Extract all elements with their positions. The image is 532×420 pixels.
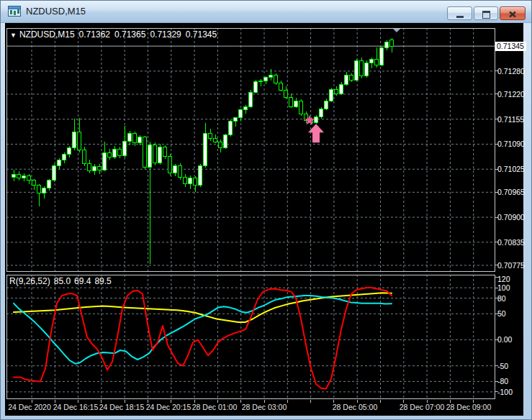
r52-line	[14, 293, 392, 322]
scroll-marker-icon	[393, 29, 400, 32]
r26-line	[14, 296, 392, 364]
restore-button[interactable]	[474, 6, 498, 20]
time-axis-label: 28 Dec 07:00	[400, 403, 444, 411]
time-axis-label: 24 Dec 20:15	[146, 403, 191, 411]
minimize-button[interactable]	[447, 6, 472, 20]
indicator-value-r26: 69.4	[74, 276, 91, 286]
restore-icon	[482, 11, 490, 19]
r9-line	[14, 288, 392, 388]
time-axis-label: 24 Dec 2020	[8, 403, 51, 411]
price-axis-label: 0.71025	[497, 165, 526, 173]
time-axis-label: 24 Dec 18:15	[99, 403, 144, 411]
indicator-axis-label: -50	[497, 362, 526, 370]
time-axis-label: 28 Dec 01:00	[192, 403, 237, 411]
ohlc-header: ▼NZDUSD,M150.713620.713650.713290.71345	[10, 29, 221, 40]
chart-canvas[interactable]	[5, 23, 523, 416]
window-title: NZDUSD,M15	[26, 6, 86, 17]
indicator-axis-label: 0.00	[497, 335, 526, 344]
indicator-name: R(9,26,52)	[9, 276, 50, 286]
indicator-axis-label: -80	[497, 377, 526, 385]
minimize-icon	[456, 16, 464, 18]
indicator-axis-label: 80	[497, 294, 526, 303]
time-axis-label: 28 Dec 05:00	[333, 403, 377, 411]
indicator-axis-label: 50	[497, 309, 526, 318]
indicator-value-r9: 85.0	[54, 276, 71, 286]
indicator-value-r52: 89.5	[94, 276, 111, 286]
header-open: 0.71362	[79, 29, 110, 40]
header-close: 0.71345	[186, 29, 217, 40]
title-bar[interactable]: NZDUSD,M15	[1, 1, 531, 23]
price-axis-label: 0.70775	[497, 261, 526, 270]
header-symbol: NZDUSD,M15	[19, 29, 75, 40]
indicator-grid-layer	[6, 275, 495, 399]
indicator-pane-border	[7, 275, 495, 399]
indicator-label: R(9,26,52)85.069.489.5	[9, 276, 115, 286]
price-axis-label: 0.71280	[497, 67, 526, 76]
time-axis-label: 28 Dec 03:00	[242, 403, 287, 411]
time-axis-label: 24 Dec 16:15	[53, 403, 98, 411]
chart-window-icon	[8, 6, 21, 17]
indicator-axis-label: 120	[497, 275, 526, 283]
chart-window: NZDUSD,M15 ▼NZDUSD,M150.713620.713650.71…	[0, 0, 532, 420]
time-axis-label: 28 Dec 09:00	[446, 403, 491, 411]
indicator-axis-label: -100	[497, 388, 526, 396]
price-axis-label: 0.71155	[497, 115, 526, 124]
current-price-tag: 0.71345	[495, 42, 526, 51]
price-axis-label: 0.71090	[497, 140, 526, 148]
current-price-value: 0.71345	[497, 42, 524, 50]
header-high: 0.71365	[114, 29, 145, 40]
indicator-axis-label: 100	[497, 283, 526, 292]
price-axis-label: 0.70965	[497, 188, 526, 196]
price-axis-label: 0.70835	[497, 238, 526, 247]
close-button[interactable]	[500, 6, 526, 20]
price-axis-label: 0.70900	[497, 213, 526, 222]
close-icon	[508, 11, 517, 18]
candles-layer	[12, 38, 394, 263]
symbol-dropdown-icon[interactable]: ▼	[10, 32, 17, 39]
header-low: 0.71329	[150, 29, 181, 40]
price-axis-label: 0.71220	[497, 90, 526, 99]
